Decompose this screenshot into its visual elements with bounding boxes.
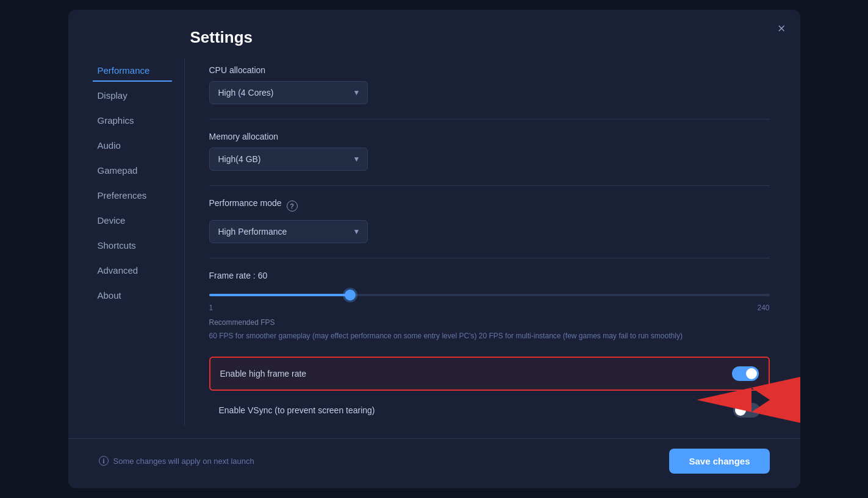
sidebar-item-display[interactable]: Display <box>93 84 172 107</box>
sidebar-item-about[interactable]: About <box>93 284 172 307</box>
sidebar-item-preferences[interactable]: Preferences <box>93 184 172 207</box>
vsync-row: Enable VSync (to prevent screen tearing) <box>209 394 770 426</box>
sidebar-item-graphics[interactable]: Graphics <box>93 109 172 132</box>
perf-mode-select-wrapper: Balanced High Performance Power Saver ▼ <box>209 220 368 243</box>
performance-mode-label-row: Performance mode ? <box>209 198 770 214</box>
sidebar-item-advanced[interactable]: Advanced <box>93 259 172 282</box>
high-frame-rate-section: Enable high frame rate <box>209 357 770 391</box>
footer: ℹ Some changes will apply on next launch… <box>68 438 800 488</box>
slider-minmax: 1 240 <box>209 304 770 312</box>
divider-1 <box>209 119 770 119</box>
high-frame-rate-label: Enable high frame rate <box>220 369 307 379</box>
high-frame-rate-toggle-knob <box>746 368 757 379</box>
sidebar-item-device[interactable]: Device <box>93 209 172 232</box>
frame-rate-slider[interactable] <box>209 294 770 296</box>
sidebar-item-gamepad[interactable]: Gamepad <box>93 159 172 182</box>
fps-note-title: Recommended FPS <box>209 317 770 329</box>
frame-rate-label: Frame rate : 60 <box>209 271 770 280</box>
footer-note-icon: ℹ <box>99 456 109 466</box>
save-changes-button[interactable]: Save changes <box>669 449 769 474</box>
slider-min-label: 1 <box>209 304 213 312</box>
close-button[interactable]: × <box>778 22 786 35</box>
sidebar: Performance Display Graphics Audio Gamep… <box>68 59 184 438</box>
cpu-allocation-label: CPU allocation <box>209 65 770 75</box>
high-frame-rate-row: Enable high frame rate <box>209 357 770 391</box>
memory-select-wrapper: Low (1 GB) Medium (2 GB) High(4 GB) Ultr… <box>209 148 368 171</box>
performance-mode-section: Performance mode ? Balanced High Perform… <box>209 198 770 243</box>
vsync-toggle[interactable] <box>733 403 760 418</box>
memory-allocation-select[interactable]: Low (1 GB) Medium (2 GB) High(4 GB) Ultr… <box>209 148 368 171</box>
high-frame-rate-toggle[interactable] <box>732 366 759 381</box>
vsync-toggle-knob <box>735 405 746 416</box>
performance-mode-label: Performance mode <box>209 198 282 208</box>
sidebar-item-audio[interactable]: Audio <box>93 134 172 157</box>
footer-note-text: Some changes will apply on next launch <box>113 457 254 466</box>
vsync-label: Enable VSync (to prevent screen tearing) <box>219 405 375 415</box>
dialog-body: Performance Display Graphics Audio Gamep… <box>68 59 800 438</box>
slider-max-label: 240 <box>757 304 769 312</box>
fps-note-body: 60 FPS for smoother gameplay (may effect… <box>209 330 770 342</box>
frame-rate-section: Frame rate : 60 1 240 Recommended FPS 60… <box>209 271 770 341</box>
cpu-allocation-select[interactable]: Low (1 Core) Medium (2 Cores) High (4 Co… <box>209 81 368 104</box>
fps-note: Recommended FPS 60 FPS for smoother game… <box>209 317 770 341</box>
footer-note: ℹ Some changes will apply on next launch <box>99 456 254 466</box>
cpu-allocation-section: CPU allocation Low (1 Core) Medium (2 Co… <box>209 65 770 104</box>
frame-rate-slider-container <box>209 288 770 299</box>
divider-3 <box>209 258 770 258</box>
performance-mode-help-icon[interactable]: ? <box>287 201 298 212</box>
divider-2 <box>209 185 770 186</box>
sidebar-item-shortcuts[interactable]: Shortcuts <box>93 234 172 257</box>
performance-mode-select[interactable]: Balanced High Performance Power Saver <box>209 220 368 243</box>
sidebar-item-performance[interactable]: Performance <box>93 59 172 82</box>
content-panel: CPU allocation Low (1 Core) Medium (2 Co… <box>185 59 800 438</box>
memory-allocation-label: Memory allocation <box>209 132 770 141</box>
settings-dialog: × Settings Performance Display Graphics … <box>68 10 800 488</box>
dialog-title: Settings <box>68 10 800 59</box>
memory-allocation-section: Memory allocation Low (1 GB) Medium (2 G… <box>209 132 770 171</box>
cpu-select-wrapper: Low (1 Core) Medium (2 Cores) High (4 Co… <box>209 81 368 104</box>
